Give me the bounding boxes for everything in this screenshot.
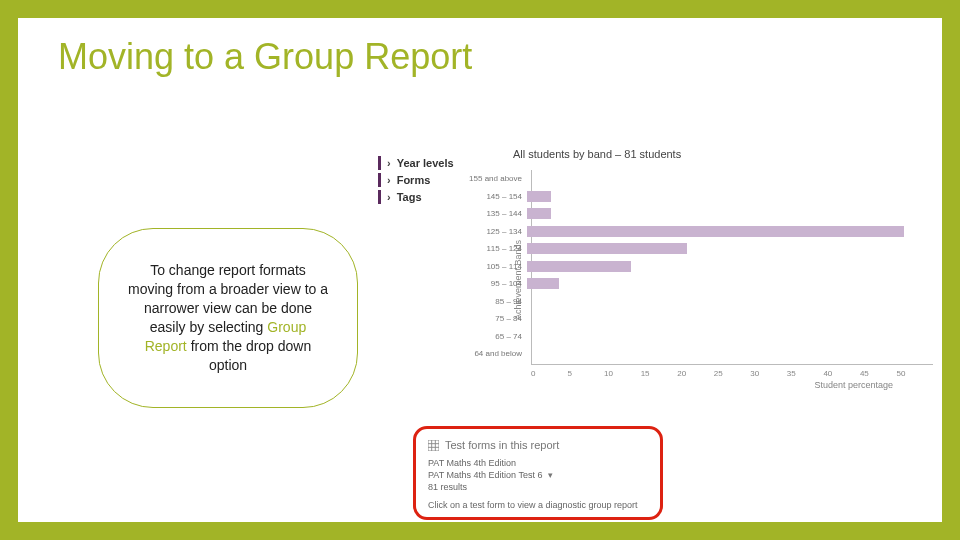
bar-fill <box>527 261 631 272</box>
chevron-right-icon: › <box>387 191 391 203</box>
chevron-down-icon: ▾ <box>548 469 553 481</box>
x-tick: 5 <box>568 369 605 378</box>
bar-category-label: 105 – 114 <box>467 262 527 271</box>
x-tick: 50 <box>896 369 933 378</box>
bar-row: 125 – 134 <box>532 223 933 241</box>
x-tick: 15 <box>641 369 678 378</box>
x-tick: 45 <box>860 369 897 378</box>
bar-row: 155 and above <box>532 170 933 188</box>
bar-category-label: 145 – 154 <box>467 192 527 201</box>
bar-row: 115 – 124 <box>532 240 933 258</box>
bar-fill <box>527 278 559 289</box>
filter-label: Year levels <box>397 157 454 169</box>
test-forms-title: Test forms in this report <box>445 439 559 451</box>
bar-fill <box>527 243 687 254</box>
callout-post: from the drop down option <box>187 338 312 373</box>
chart-x-axis-label: Student percentage <box>531 380 893 390</box>
bar-row: 64 and below <box>532 345 933 363</box>
bar-fill <box>527 208 551 219</box>
bar-category-label: 95 – 104 <box>467 279 527 288</box>
test-forms-header: Test forms in this report <box>428 439 648 451</box>
chart-plot: 155 and above145 – 154135 – 144125 – 134… <box>531 170 933 390</box>
bar-row: 145 – 154 <box>532 188 933 206</box>
test-forms-panel: Test forms in this report PAT Maths 4th … <box>413 426 663 520</box>
callout-text: To change report formats moving from a b… <box>127 261 329 374</box>
filter-year-levels[interactable]: › Year levels <box>378 156 454 170</box>
test-form-select[interactable]: PAT Maths 4th Edition Test 6 ▾ <box>428 469 648 481</box>
test-family: PAT Maths 4th Edition <box>428 457 648 469</box>
test-form-results-count: 81 results <box>428 481 648 493</box>
bar-row: 95 – 104 <box>532 275 933 293</box>
chart-panel: All students by band – 81 students Achie… <box>513 148 933 403</box>
bar-row: 85 – 94 <box>532 293 933 311</box>
bar-row: 105 – 114 <box>532 258 933 276</box>
x-tick: 35 <box>787 369 824 378</box>
bar-category-label: 135 – 144 <box>467 209 527 218</box>
bar-fill <box>527 226 904 237</box>
page-title: Moving to a Group Report <box>58 36 942 78</box>
x-tick: 25 <box>714 369 751 378</box>
bar-row: 65 – 74 <box>532 328 933 346</box>
x-tick: 40 <box>823 369 860 378</box>
chart-bars: 155 and above145 – 154135 – 144125 – 134… <box>531 170 933 365</box>
bar-category-label: 155 and above <box>467 174 527 183</box>
filter-marker-icon <box>378 190 381 204</box>
chevron-right-icon: › <box>387 174 391 186</box>
bar-row: 75 – 84 <box>532 310 933 328</box>
x-tick: 0 <box>531 369 568 378</box>
chart-title: All students by band – 81 students <box>513 148 933 160</box>
bar-category-label: 115 – 124 <box>467 244 527 253</box>
x-tick: 20 <box>677 369 714 378</box>
x-tick: 10 <box>604 369 641 378</box>
bar-category-label: 75 – 84 <box>467 314 527 323</box>
filter-forms[interactable]: › Forms <box>378 173 454 187</box>
slide-frame: Moving to a Group Report › Year levels ›… <box>0 0 960 540</box>
filter-marker-icon <box>378 173 381 187</box>
instruction-callout: To change report formats moving from a b… <box>98 228 358 408</box>
bar-category-label: 125 – 134 <box>467 227 527 236</box>
x-tick: 30 <box>750 369 787 378</box>
filter-group: › Year levels › Forms › Tags <box>378 156 454 207</box>
chart-body: Achievement Bands 155 and above145 – 154… <box>513 170 933 390</box>
svg-rect-0 <box>428 440 439 451</box>
chart-x-axis: 05101520253035404550 <box>531 369 933 378</box>
bar-fill <box>527 191 551 202</box>
bar-row: 135 – 144 <box>532 205 933 223</box>
filter-tags[interactable]: › Tags <box>378 190 454 204</box>
filter-marker-icon <box>378 156 381 170</box>
filter-label: Tags <box>397 191 422 203</box>
test-form-selected: PAT Maths 4th Edition Test 6 <box>428 469 542 481</box>
chevron-right-icon: › <box>387 157 391 169</box>
filter-label: Forms <box>397 174 431 186</box>
table-icon <box>428 440 439 451</box>
content-area: › Year levels › Forms › Tags To change r… <box>18 78 942 540</box>
test-form-hint: Click on a test form to view a diagnosti… <box>428 499 648 511</box>
bar-category-label: 64 and below <box>467 349 527 358</box>
bar-category-label: 65 – 74 <box>467 332 527 341</box>
bar-category-label: 85 – 94 <box>467 297 527 306</box>
